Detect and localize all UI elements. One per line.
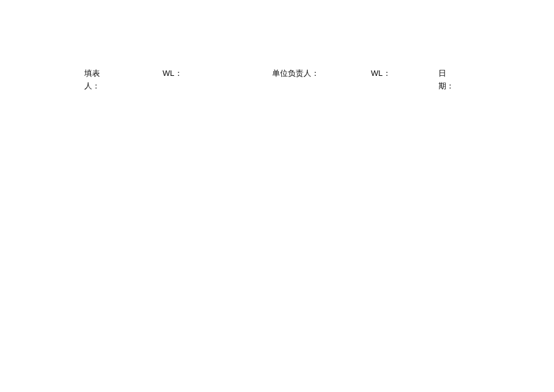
wl1-label: WL： — [163, 67, 182, 80]
responsible-person-label: 单位负责人： — [272, 67, 319, 80]
preparer-label: 填表人： — [84, 67, 102, 93]
wl2-label: WL： — [371, 67, 391, 80]
date-label: 日期： — [438, 67, 450, 93]
